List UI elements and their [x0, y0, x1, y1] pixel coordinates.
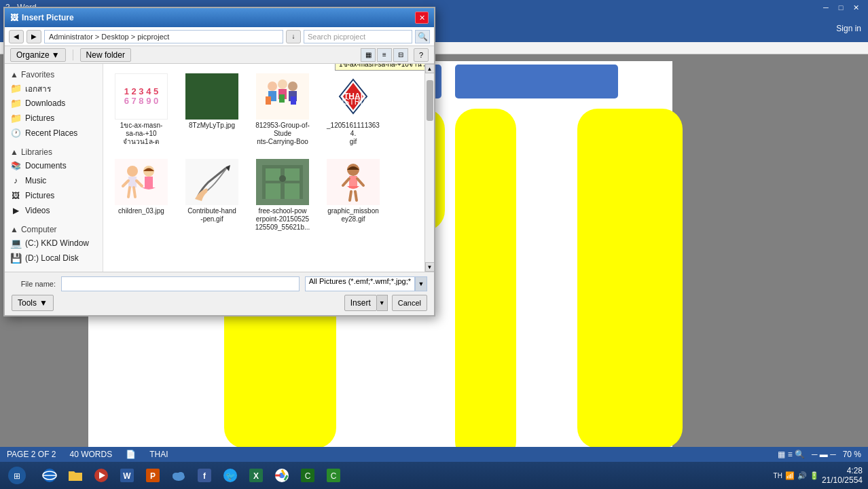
sidebar-item-music[interactable]: ♪ Music — [5, 173, 103, 188]
insert-button[interactable]: Insert — [344, 295, 377, 311]
start-button[interactable]: ⊞ — [0, 462, 34, 489]
file-item-numbers[interactable]: 1 2 3 4 5 6 7 8 9 0 1ขc-ax-masn-sa-na-+1… — [109, 69, 174, 149]
sidebar-item-recent-places[interactable]: 🕐 Recent Places — [5, 126, 103, 141]
lang-status: 📄 — [126, 450, 136, 459]
music-icon: ♪ — [10, 175, 21, 186]
app2-icon[interactable]: C — [321, 463, 346, 488]
blue-shape-2 — [455, 65, 618, 98]
sidebar-item-c-drive[interactable]: 💻 (C:) KKD Window — [5, 236, 103, 251]
scroll-down-button[interactable]: ▼ — [425, 262, 435, 272]
new-folder-button[interactable]: New folder — [80, 48, 131, 62]
sidebar-item-downloads[interactable]: 📁 Downloads — [5, 96, 103, 111]
sidebar-item-d-drive[interactable]: 💾 (D:) Local Disk — [5, 251, 103, 266]
search-button[interactable]: 🔍 — [415, 30, 430, 43]
svg-point-28 — [278, 79, 287, 89]
computer-header[interactable]: ▲ Computer — [5, 222, 103, 236]
view-icon-button[interactable]: ▦ — [361, 48, 376, 62]
refresh-button[interactable]: ↓ — [286, 30, 301, 43]
tools-wrapper: Tools ▼ — [12, 295, 54, 311]
back-button[interactable]: ◀ — [9, 30, 24, 43]
media-icon[interactable] — [89, 463, 113, 488]
excel-icon[interactable]: X — [244, 463, 268, 488]
close-button[interactable]: ✕ — [849, 2, 863, 13]
scroll-track[interactable] — [426, 73, 434, 262]
svg-line-58 — [350, 192, 351, 200]
ie-icon[interactable] — [37, 463, 62, 488]
zoom-controls: ─ ▬ ─ — [812, 450, 836, 459]
file-item-hand-pen[interactable]: Contribute-hand-pen.gif — [179, 155, 245, 235]
dialog-title: 🖼 Insert Picture — [10, 13, 74, 22]
svg-text:C: C — [305, 471, 311, 481]
dialog-close-button[interactable]: ✕ — [415, 12, 429, 24]
view-list-button[interactable]: ≡ — [377, 48, 392, 62]
folder-icon: 📁 — [10, 83, 21, 94]
sidebar-item-pictures[interactable]: 📁 Pictures — [5, 111, 103, 126]
file-item-green[interactable]: 8TzMyLyTp.jpg — [179, 69, 245, 149]
view-details-button[interactable]: ⊟ — [393, 48, 408, 62]
svg-point-53 — [279, 175, 286, 182]
folder-icon: 📁 — [10, 98, 21, 109]
svg-text:W: W — [123, 471, 131, 481]
minimize-button[interactable]: ─ — [819, 2, 833, 13]
svg-line-56 — [343, 179, 349, 185]
libraries-header[interactable]: ▲ Libraries — [5, 145, 103, 158]
favorites-header[interactable]: ▲ Favorites — [5, 67, 103, 81]
file-item-children[interactable]: children_03.jpg — [109, 155, 174, 235]
sidebar-item-label: Documents — [25, 161, 67, 170]
window-controls: ─ □ ✕ — [819, 2, 863, 13]
file-item-graphic[interactable]: graphic_missboney28.gif — [321, 155, 386, 235]
svg-point-13 — [177, 472, 184, 477]
tools-button[interactable]: Tools ▼ — [12, 295, 54, 311]
powerpoint-icon[interactable]: P — [141, 463, 165, 488]
help-button[interactable]: ? — [414, 48, 429, 62]
filetype-dropdown-button[interactable]: ▼ — [415, 276, 427, 291]
chrome-icon[interactable] — [270, 463, 294, 488]
forward-button[interactable]: ▶ — [26, 30, 41, 43]
libraries-label: Libraries — [21, 147, 52, 157]
signin-button[interactable]: Sign in — [836, 24, 861, 33]
filename-input[interactable] — [61, 276, 300, 291]
scroll-up-button[interactable]: ▲ — [425, 64, 435, 73]
twitter-icon[interactable]: 🐦 — [218, 463, 242, 488]
dialog-sidebar: ▲ Favorites 📁 เอกสาร 📁 Downloads 📁 Pictu… — [5, 64, 103, 272]
sidebar-item-eaksar[interactable]: 📁 เอกสาร — [5, 81, 103, 96]
maximize-button[interactable]: □ — [834, 2, 848, 13]
green-thumbnail — [185, 73, 238, 120]
svg-rect-34 — [291, 96, 296, 105]
svg-point-30 — [288, 82, 297, 91]
filename-label: File name: — [12, 280, 56, 288]
vertical-scrollbar[interactable]: ▲ ▼ — [424, 64, 434, 272]
video-icon: ▶ — [10, 205, 21, 216]
sidebar-item-pictures-lib[interactable]: 🖼 Pictures — [5, 188, 103, 203]
facebook-icon[interactable]: f — [192, 463, 217, 488]
app1-icon[interactable]: C — [295, 463, 320, 488]
file-item-thai-austrian[interactable]: THAI AUSTRIAN _12051611113634.gif 1ข-ax-… — [321, 69, 386, 149]
word-icon[interactable]: W — [115, 463, 139, 488]
file-item-students[interactable]: 812953-Group-of-Students-Carrying-Books-… — [250, 69, 315, 149]
svg-line-41 — [123, 181, 128, 186]
scroll-thumb[interactable] — [427, 80, 433, 121]
insert-dropdown-button[interactable]: ▼ — [377, 295, 388, 311]
taskbar-system-tray: TH 📶 🔊 🔋 4:28 21/10/2554 — [768, 462, 868, 489]
sidebar-item-documents[interactable]: 📚 Documents — [5, 158, 103, 173]
school-thumbnail — [256, 159, 309, 205]
svg-rect-50 — [285, 168, 300, 181]
dialog-filelist[interactable]: 1 2 3 4 5 6 7 8 9 0 1ขc-ax-masn-sa-na-+1… — [103, 64, 424, 272]
folder-icon[interactable] — [63, 463, 88, 488]
search-placeholder: Search picproject — [308, 33, 365, 41]
file-thumbnail — [114, 158, 168, 206]
organize-button[interactable]: Organize ▼ — [10, 48, 66, 62]
buttons-row: Tools ▼ Insert ▼ Cancel — [12, 295, 427, 311]
file-item-school[interactable]: free-school-powerpoint-20150525125509_55… — [250, 155, 315, 235]
cloud-icon[interactable] — [166, 463, 191, 488]
dialog-bottom: File name: All Pictures (*.emf;*.wmf;*.j… — [5, 272, 434, 315]
organize-dropdown-icon: ▼ — [52, 50, 60, 60]
sidebar-item-label: Videos — [25, 206, 50, 215]
breadcrumb[interactable]: Administrator > Desktop > picproject — [44, 30, 283, 43]
word-count: 40 WORDS — [69, 450, 112, 459]
svg-text:X: X — [253, 471, 259, 481]
sidebar-item-videos[interactable]: ▶ Videos — [5, 203, 103, 218]
picture-icon: 🖼 — [10, 13, 18, 22]
page-count: PAGE 2 OF 2 — [7, 450, 56, 459]
cancel-button[interactable]: Cancel — [392, 295, 427, 311]
